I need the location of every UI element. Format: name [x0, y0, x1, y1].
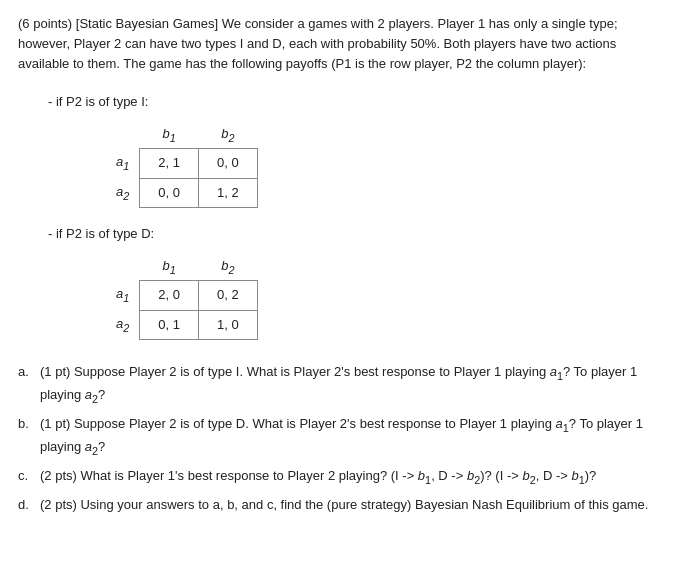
type-i-table-wrapper: b1 b2 a1 2, 1 0, 0 a2 0, 0 1, 2: [98, 120, 657, 208]
type-i-corner: [98, 120, 140, 148]
table-row: a1 2, 0 0, 2: [98, 280, 257, 310]
type-d-corner: [98, 252, 140, 280]
intro-paragraph: (6 points) [Static Bayesian Games] We co…: [18, 14, 657, 74]
type-d-row1-header: a1: [98, 280, 140, 310]
type-d-col1-header: b1: [140, 252, 199, 280]
type-d-cell-12: 0, 2: [198, 280, 257, 310]
question-b-label: b.: [18, 414, 34, 460]
question-a-text: (1 pt) Suppose Player 2 is of type I. Wh…: [40, 362, 657, 408]
type-i-cell-22: 1, 2: [198, 178, 257, 208]
type-i-row2-header: a2: [98, 178, 140, 208]
list-item: a. (1 pt) Suppose Player 2 is of type I.…: [18, 362, 657, 408]
type-i-table: b1 b2 a1 2, 1 0, 0 a2 0, 0 1, 2: [98, 120, 258, 208]
type-d-col2-header: b2: [198, 252, 257, 280]
type-d-row2-header: a2: [98, 310, 140, 340]
type-d-label: - if P2 is of type D:: [48, 224, 657, 244]
list-item: b. (1 pt) Suppose Player 2 is of type D.…: [18, 414, 657, 460]
type-i-cell-11: 2, 1: [140, 148, 199, 178]
type-d-cell-21: 0, 1: [140, 310, 199, 340]
type-i-cell-12: 0, 0: [198, 148, 257, 178]
type-i-row1-header: a1: [98, 148, 140, 178]
type-i-cell-21: 0, 0: [140, 178, 199, 208]
type-d-cell-22: 1, 0: [198, 310, 257, 340]
question-d-label: d.: [18, 495, 34, 516]
type-d-table: b1 b2 a1 2, 0 0, 2 a2 0, 1 1, 0: [98, 252, 258, 340]
questions-section: a. (1 pt) Suppose Player 2 is of type I.…: [18, 362, 657, 515]
table-row: a2 0, 1 1, 0: [98, 310, 257, 340]
type-d-section: - if P2 is of type D: b1 b2 a1 2, 0 0, 2…: [18, 224, 657, 340]
list-item: c. (2 pts) What is Player 1's best respo…: [18, 466, 657, 489]
type-i-col2-header: b2: [198, 120, 257, 148]
intro-text: (6 points) [Static Bayesian Games] We co…: [18, 16, 618, 71]
type-i-col1-header: b1: [140, 120, 199, 148]
list-item: d. (2 pts) Using your answers to a, b, a…: [18, 495, 657, 516]
question-c-label: c.: [18, 466, 34, 489]
question-a-label: a.: [18, 362, 34, 408]
type-i-label: - if P2 is of type I:: [48, 92, 657, 112]
type-d-cell-11: 2, 0: [140, 280, 199, 310]
type-d-table-wrapper: b1 b2 a1 2, 0 0, 2 a2 0, 1 1, 0: [98, 252, 657, 340]
question-c-text: (2 pts) What is Player 1's best response…: [40, 466, 657, 489]
questions-list: a. (1 pt) Suppose Player 2 is of type I.…: [18, 362, 657, 515]
question-d-text: (2 pts) Using your answers to a, b, and …: [40, 495, 657, 516]
table-row: a1 2, 1 0, 0: [98, 148, 257, 178]
type-i-section: - if P2 is of type I: b1 b2 a1 2, 1 0, 0…: [18, 92, 657, 208]
table-row: a2 0, 0 1, 2: [98, 178, 257, 208]
question-b-text: (1 pt) Suppose Player 2 is of type D. Wh…: [40, 414, 657, 460]
